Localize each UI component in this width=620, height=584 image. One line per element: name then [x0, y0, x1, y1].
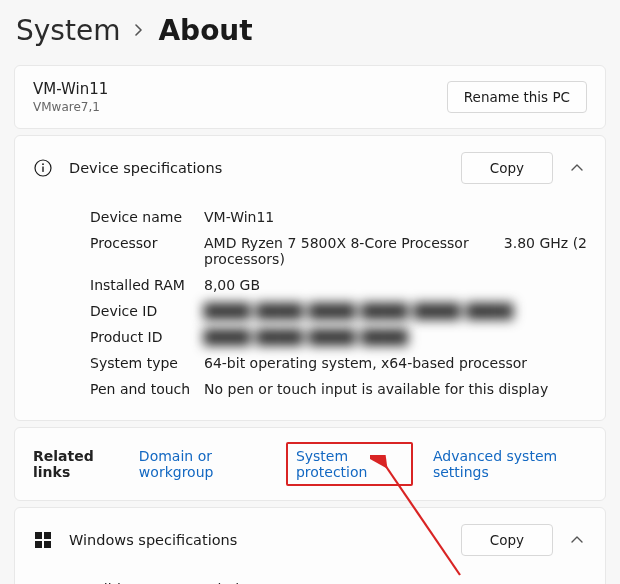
rename-pc-button[interactable]: Rename this PC	[447, 81, 587, 113]
windows-specs-heading: Windows specifications	[69, 532, 445, 548]
svg-rect-3	[35, 532, 42, 539]
link-system-protection[interactable]: System protection	[296, 448, 368, 480]
info-icon	[33, 159, 53, 177]
windows-specs-body: Edition Windows 11 Pro	[15, 572, 605, 584]
related-links-label: Related links	[33, 448, 119, 480]
breadcrumb: System About	[0, 0, 620, 65]
spec-row-product-id: Product ID ████ ████ ████ ████	[90, 324, 587, 350]
pc-name-card: VM-Win11 VMware7,1 Rename this PC	[14, 65, 606, 129]
pc-subtitle: VMware7,1	[33, 100, 108, 114]
collapse-device-specs-button[interactable]	[567, 157, 587, 179]
copy-windows-specs-button[interactable]: Copy	[461, 524, 553, 556]
redacted-value: ████ ████ ████ ████	[204, 329, 587, 345]
spec-row-device-id: Device ID ████ ████ ████ ████ ████ ████	[90, 298, 587, 324]
windows-tiles-icon	[33, 531, 53, 549]
pc-name: VM-Win11	[33, 80, 108, 98]
svg-rect-2	[42, 167, 43, 172]
device-specs-card: Device specifications Copy Device name V…	[14, 135, 606, 421]
windows-specs-card: Windows specifications Copy Edition Wind…	[14, 507, 606, 584]
spec-row-device-name: Device name VM-Win11	[90, 204, 587, 230]
device-specs-heading: Device specifications	[69, 160, 445, 176]
highlight-system-protection: System protection	[286, 442, 413, 486]
spec-row-edition: Edition Windows 11 Pro	[90, 576, 587, 584]
svg-rect-6	[44, 541, 51, 548]
copy-device-specs-button[interactable]: Copy	[461, 152, 553, 184]
redacted-value: ████ ████ ████ ████ ████ ████	[204, 303, 587, 319]
spec-row-ram: Installed RAM 8,00 GB	[90, 272, 587, 298]
spec-row-pen-touch: Pen and touch No pen or touch input is a…	[90, 376, 587, 402]
breadcrumb-current: About	[158, 14, 252, 47]
chevron-right-icon	[134, 21, 144, 40]
svg-point-1	[42, 163, 44, 165]
collapse-windows-specs-button[interactable]	[567, 529, 587, 551]
device-specs-body: Device name VM-Win11 Processor AMD Ryzen…	[15, 200, 605, 420]
link-domain-workgroup[interactable]: Domain or workgroup	[139, 448, 266, 480]
related-links-bar: Related links Domain or workgroup System…	[14, 427, 606, 501]
spec-row-system-type: System type 64-bit operating system, x64…	[90, 350, 587, 376]
link-advanced-settings[interactable]: Advanced system settings	[433, 448, 587, 480]
svg-rect-4	[44, 532, 51, 539]
spec-row-processor: Processor AMD Ryzen 7 5800X 8-Core Proce…	[90, 230, 587, 272]
svg-rect-5	[35, 541, 42, 548]
breadcrumb-parent[interactable]: System	[16, 14, 120, 47]
